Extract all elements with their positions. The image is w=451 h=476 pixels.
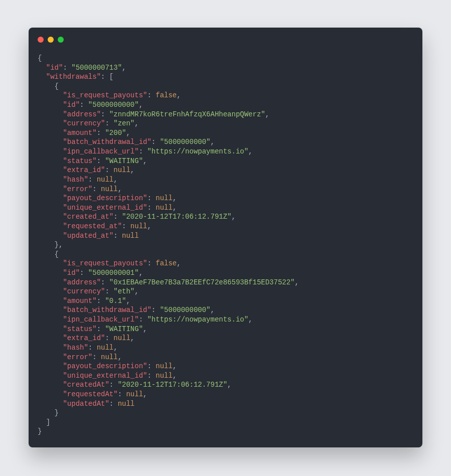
json-string: "5000000000" <box>160 306 211 314</box>
json-key: "payout_description" <box>63 194 147 202</box>
close-icon[interactable] <box>38 37 44 43</box>
window-controls <box>38 37 413 43</box>
json-key: "address" <box>63 110 101 118</box>
json-key: "is_request_payouts" <box>63 259 147 267</box>
json-key: "ipn_callback_url" <box>63 147 138 155</box>
json-string: "0.1" <box>105 297 126 305</box>
json-string: "WAITING" <box>105 325 143 333</box>
zoom-icon[interactable] <box>58 37 64 43</box>
json-null: null <box>113 166 130 174</box>
json-string: "https://nowpayments.io" <box>147 147 248 155</box>
json-key: "ipn_callback_url" <box>63 315 138 324</box>
json-string: "200" <box>105 129 126 137</box>
json-key: "requested_at" <box>63 222 122 230</box>
json-key: "currency" <box>63 119 105 127</box>
json-key: "created_at" <box>63 213 113 221</box>
json-null: null <box>118 400 135 408</box>
json-null: null <box>126 390 143 398</box>
json-key: "updated_at" <box>63 232 113 240</box>
json-null: null <box>130 222 147 230</box>
json-key: "hash" <box>63 176 88 184</box>
json-null: null <box>97 344 114 352</box>
json-key: "address" <box>63 278 101 286</box>
json-key: "id" <box>63 269 80 277</box>
json-string: "5000000000" <box>160 138 211 146</box>
json-string: "eth" <box>113 287 134 295</box>
json-string: "https://nowpayments.io" <box>147 315 248 324</box>
json-key: "currency" <box>63 287 105 295</box>
json-key: "updatedAt" <box>63 400 109 408</box>
page-background: { "id": "5000000713", "withdrawals": [ {… <box>0 0 451 476</box>
json-key: "id" <box>63 101 80 109</box>
json-string: "0x1EBAeF7Bee7B3a7B2EEfC72e86593Bf15ED37… <box>109 278 295 286</box>
code-window: { "id": "5000000713", "withdrawals": [ {… <box>29 28 422 447</box>
json-key: "unique_external_id" <box>63 204 147 212</box>
json-key: "hash" <box>63 344 88 352</box>
json-key: "amount" <box>63 129 96 137</box>
json-null: null <box>97 176 114 184</box>
json-key: "error" <box>63 353 92 361</box>
json-null: null <box>122 232 139 240</box>
json-key: "id" <box>46 64 63 72</box>
json-null: null <box>156 362 173 370</box>
json-null: null <box>156 372 173 380</box>
json-key: "payout_description" <box>63 362 147 370</box>
json-key: "unique_external_id" <box>63 372 147 380</box>
json-key: "batch_withdrawal_id" <box>63 138 151 146</box>
json-key: "is_request_payouts" <box>63 91 147 99</box>
json-null: null <box>113 334 130 342</box>
json-string: "zen" <box>113 119 134 127</box>
json-null: null <box>156 204 173 212</box>
json-null: null <box>101 185 118 193</box>
json-key: "error" <box>63 185 92 193</box>
json-key: "withdrawals" <box>46 73 101 81</box>
json-null: null <box>101 353 118 361</box>
json-string: "5000000001" <box>88 269 139 277</box>
json-key: "createdAt" <box>63 381 109 389</box>
json-key: "status" <box>63 325 96 333</box>
json-bool: false <box>156 259 177 267</box>
json-key: "requestedAt" <box>63 390 117 398</box>
json-key: "status" <box>63 157 96 165</box>
json-string: "2020-11-12T17:06:12.791Z" <box>118 381 227 389</box>
json-string: "5000000713" <box>71 64 122 72</box>
json-code-block: { "id": "5000000713", "withdrawals": [ {… <box>38 54 413 436</box>
minimize-icon[interactable] <box>48 37 54 43</box>
json-string: "WAITING" <box>105 157 143 165</box>
json-string: "2020-11-12T17:06:12.791Z" <box>122 213 231 221</box>
json-key: "batch_withdrawal_id" <box>63 306 151 314</box>
json-key: "extra_id" <box>63 166 105 174</box>
json-string: "5000000000" <box>88 101 139 109</box>
json-null: null <box>156 194 173 202</box>
json-bool: false <box>156 91 177 99</box>
json-key: "amount" <box>63 297 96 305</box>
json-string: "znndMR7koR6treFnhAfzqX6AHheanpQWerz" <box>109 110 265 118</box>
json-key: "extra_id" <box>63 334 105 342</box>
